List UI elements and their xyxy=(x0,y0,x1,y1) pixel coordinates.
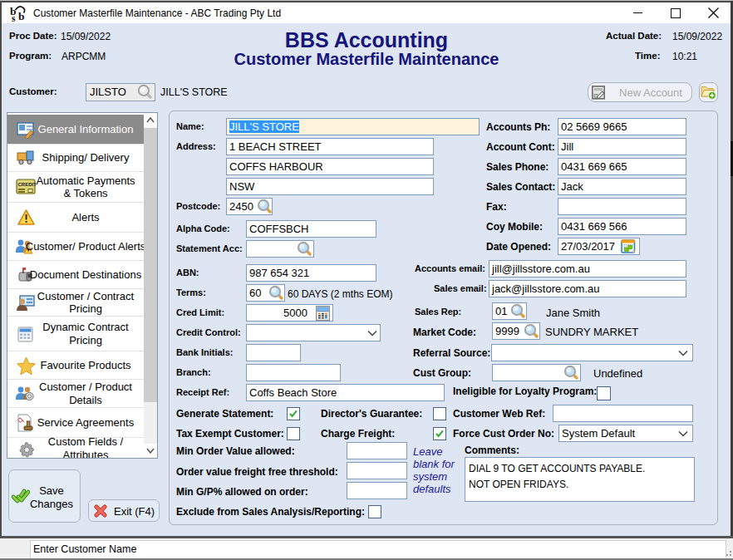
svg-text:s: s xyxy=(12,13,16,22)
svg-text:b: b xyxy=(18,10,25,22)
